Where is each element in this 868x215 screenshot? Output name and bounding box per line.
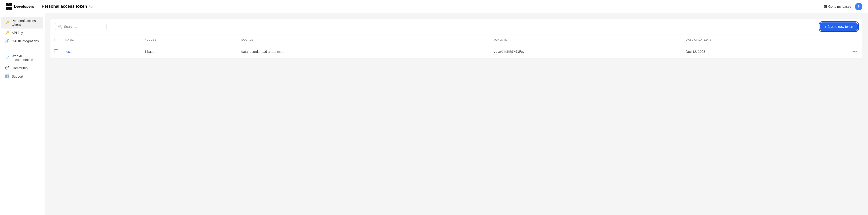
token-access-cell: 1 base bbox=[141, 45, 238, 58]
col-date-created[interactable]: DATE CREATED ↓ bbox=[682, 35, 847, 45]
support-icon: ℹ️ bbox=[5, 74, 9, 79]
col-name: NAME bbox=[62, 35, 141, 45]
sidebar-item-web-api-docs[interactable]: 📄 Web API documentation bbox=[1, 52, 43, 64]
logo-text: Developers bbox=[14, 4, 34, 9]
sidebar-item-api-key[interactable]: 🔑 API key bbox=[1, 29, 43, 37]
col-token-id: TOKEN ID bbox=[490, 35, 682, 45]
sidebar: 🔑 Personal access tokens 🔑 API key 🔗 OAu… bbox=[0, 13, 45, 215]
search-icon: 🔍 bbox=[58, 25, 62, 29]
sidebar-item-label: Support bbox=[12, 74, 23, 78]
col-access: ACCESS bbox=[141, 35, 238, 45]
doc-icon: 📄 bbox=[5, 56, 9, 60]
create-new-token-button[interactable]: + Create new token bbox=[820, 23, 858, 31]
logo-area: Developers bbox=[6, 3, 34, 10]
sidebar-divider bbox=[4, 49, 41, 49]
token-more-button[interactable]: ••• bbox=[850, 48, 859, 55]
sidebar-item-support[interactable]: ℹ️ Support bbox=[1, 72, 43, 81]
svg-rect-3 bbox=[9, 7, 12, 10]
search-input[interactable] bbox=[64, 25, 103, 29]
table-body: test 1 base data.records:read and 1 more… bbox=[51, 45, 862, 58]
sidebar-item-label: Web API documentation bbox=[12, 54, 39, 62]
svg-rect-2 bbox=[6, 7, 9, 10]
content-card: 🔍 + Create new token bbox=[51, 19, 862, 58]
tokens-table: NAME ACCESS SCOPES TOKEN ID bbox=[51, 35, 862, 58]
search-box[interactable]: 🔍 bbox=[55, 23, 106, 30]
row-checkbox-cell bbox=[51, 45, 62, 58]
sidebar-item-label: API key bbox=[12, 31, 23, 35]
sidebar-item-label: Community bbox=[12, 66, 28, 70]
sidebar-item-oauth-integrations[interactable]: 🔗 OAuth integrations bbox=[1, 37, 43, 45]
create-btn-wrapper: + Create new token bbox=[820, 23, 858, 31]
grid-icon: ⊞ bbox=[824, 4, 827, 9]
logo-icon bbox=[6, 3, 12, 10]
token-name-cell: test bbox=[62, 45, 141, 58]
col-actions bbox=[847, 35, 862, 45]
go-to-bases-label: Go to my bases bbox=[828, 5, 851, 8]
token-actions-cell: ••• bbox=[847, 45, 862, 58]
chat-icon: 💬 bbox=[5, 66, 9, 70]
token-scopes-cell: data.records:read and 1 more bbox=[238, 45, 490, 58]
go-to-bases-link[interactable]: ⊞ Go to my bases bbox=[824, 4, 851, 9]
token-date-cell: Dec 12, 2023 bbox=[682, 45, 847, 58]
sidebar-secondary-section: 📄 Web API documentation 💬 Community ℹ️ S… bbox=[0, 52, 44, 81]
sidebar-item-community[interactable]: 💬 Community bbox=[1, 64, 43, 72]
sidebar-item-personal-access-tokens[interactable]: 🔑 Personal access tokens bbox=[1, 17, 43, 29]
header: Developers Personal access token ⓘ ⊞ Go … bbox=[0, 0, 868, 13]
token-name-link[interactable]: test bbox=[65, 50, 71, 54]
header-right: ⊞ Go to my bases S bbox=[824, 3, 862, 10]
token-id-cell: patuX4N38h6M01FuU bbox=[490, 45, 682, 58]
select-all-header bbox=[51, 35, 62, 45]
sidebar-item-label: Personal access tokens bbox=[12, 19, 39, 26]
sort-icon: ↓ bbox=[710, 38, 711, 41]
key-icon: 🔑 bbox=[5, 21, 9, 25]
table-row: test 1 base data.records:read and 1 more… bbox=[51, 45, 862, 58]
info-icon[interactable]: ⓘ bbox=[89, 4, 93, 9]
toolbar: 🔍 + Create new token bbox=[51, 19, 862, 35]
row-checkbox[interactable] bbox=[54, 49, 58, 53]
col-scopes: SCOPES bbox=[238, 35, 490, 45]
main-content: 🔍 + Create new token bbox=[45, 13, 868, 215]
page-title: Personal access token bbox=[41, 4, 87, 9]
api-key-icon: 🔑 bbox=[5, 31, 9, 35]
sidebar-primary-section: 🔑 Personal access tokens 🔑 API key 🔗 OAu… bbox=[0, 17, 44, 45]
select-all-checkbox[interactable] bbox=[54, 38, 58, 41]
sidebar-item-label: OAuth integrations bbox=[12, 39, 39, 43]
header-center: Personal access token ⓘ bbox=[34, 4, 824, 9]
table-header-row: NAME ACCESS SCOPES TOKEN ID bbox=[51, 35, 862, 45]
svg-rect-1 bbox=[9, 3, 12, 6]
link-icon: 🔗 bbox=[5, 39, 9, 43]
svg-rect-0 bbox=[6, 3, 9, 6]
avatar[interactable]: S bbox=[855, 3, 862, 10]
